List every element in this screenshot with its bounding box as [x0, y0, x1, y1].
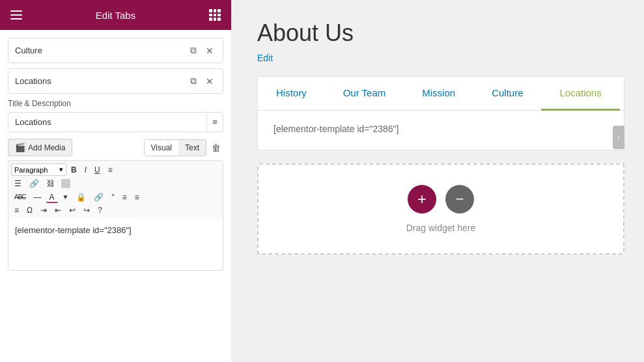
view-toggle: Visual Text	[144, 139, 206, 156]
tab-item-culture-delete[interactable]: ✕	[203, 44, 216, 57]
link-button[interactable]: 🔗	[26, 178, 42, 189]
align-button[interactable]: ≡	[105, 164, 116, 176]
indent-button[interactable]: ⇥	[37, 204, 50, 216]
tab-item-culture-label: Culture	[15, 46, 188, 55]
tab-item-locations: Locations ⧉ ✕	[8, 68, 223, 94]
rte-row-2: ☰ 🔗 ⛓	[11, 177, 220, 190]
add-media-label: Add Media	[28, 143, 65, 152]
visual-view-btn[interactable]: Visual	[145, 140, 178, 156]
minus-widget-button[interactable]: −	[445, 185, 474, 214]
panel-title: Edit Tabs	[22, 10, 209, 21]
tab-content-text: [elementor-template id="2386"]	[273, 124, 399, 134]
delete-content-button[interactable]: 🗑	[209, 140, 223, 156]
italic-button[interactable]: I	[81, 164, 90, 176]
grid-icon[interactable]	[209, 9, 221, 21]
tab-nav-locations[interactable]: Locations	[541, 77, 619, 111]
section-label-title-desc: Title & Description	[8, 99, 223, 108]
list-icon-button[interactable]: ≡	[206, 113, 223, 131]
format-select-label: Paragraph	[14, 166, 48, 174]
tab-item-locations-duplicate[interactable]: ⧉	[188, 74, 199, 88]
tab-content-area: [elementor-template id="2386"]	[258, 111, 624, 150]
add-media-button[interactable]: 🎬 Add Media	[8, 139, 72, 156]
format-select-arrow: ▾	[59, 165, 63, 174]
align-right-button[interactable]: ≡	[132, 191, 143, 203]
drop-label: Drag widget here	[406, 223, 476, 233]
redo-button[interactable]: ↪	[80, 204, 93, 216]
tab-item-locations-delete[interactable]: ✕	[203, 75, 216, 88]
right-panel: About Us Edit History Our Team Mission C…	[231, 0, 644, 362]
omega-button[interactable]: Ω	[23, 204, 36, 216]
align-center-button[interactable]: ≡	[119, 191, 130, 203]
rte-toolbar: Paragraph ▾ B I U ≡ ☰ 🔗 ⛓ ABC — A ▼	[8, 160, 223, 219]
list-button[interactable]: ☰	[11, 178, 25, 189]
drop-buttons: + −	[408, 185, 474, 214]
tab-item-locations-actions: ⧉ ✕	[188, 74, 216, 88]
bold-button[interactable]: B	[68, 164, 80, 176]
text-view-btn[interactable]: Text	[178, 140, 206, 156]
tabs-widget: History Our Team Mission Culture Locatio…	[257, 76, 624, 150]
tab-item-culture-actions: ⧉ ✕	[188, 44, 216, 57]
text-color-button[interactable]: A	[46, 191, 58, 203]
tab-nav-culture[interactable]: Culture	[473, 77, 541, 111]
panel-header: Edit Tabs	[0, 0, 231, 30]
add-widget-button[interactable]: +	[408, 185, 436, 214]
tab-nav-our-team[interactable]: Our Team	[325, 77, 404, 111]
page-title: About Us	[257, 20, 624, 47]
right-panel-inner: About Us Edit History Our Team Mission C…	[257, 20, 624, 255]
hamburger-icon[interactable]	[10, 10, 22, 20]
rte-row-4: ≡ Ω ⇥ ⇤ ↩ ↪ ?	[11, 204, 220, 216]
tab-title-input-row: ≡	[8, 112, 223, 132]
tabs-nav: History Our Team Mission Culture Locatio…	[258, 77, 624, 111]
abc-button[interactable]: ABC	[11, 192, 29, 202]
unlink-button[interactable]: ⛓	[44, 178, 58, 189]
rte-row-3: ABC — A ▼ 🔒 🔗 " ≡ ≡	[11, 191, 220, 203]
outdent-button[interactable]: ⇤	[51, 204, 64, 216]
tab-item-locations-label: Locations	[15, 76, 188, 86]
tab-nav-history[interactable]: History	[258, 77, 325, 111]
edit-link[interactable]: Edit	[257, 53, 273, 63]
tab-item-culture: Culture ⧉ ✕	[8, 38, 223, 63]
underline-button[interactable]: U	[91, 164, 104, 176]
hr-button[interactable]: —	[31, 191, 45, 203]
media-toolbar-row: 🎬 Add Media Visual Text 🗑	[8, 139, 223, 156]
tab-nav-mission[interactable]: Mission	[404, 77, 473, 111]
editor-content-area[interactable]: [elementor-template id="2386"]	[8, 219, 223, 271]
editor-content-text: [elementor-template id="2386"]	[15, 225, 132, 235]
help-button[interactable]: ?	[94, 204, 105, 216]
tab-title-input[interactable]	[8, 113, 206, 132]
hyperlink-button[interactable]: 🔗	[91, 191, 107, 203]
undo-button[interactable]: ↩	[66, 204, 79, 216]
rte-row-1: Paragraph ▾ B I U ≡	[11, 163, 220, 176]
paste-text-button[interactable]: 🔒	[73, 191, 89, 203]
panel-body: Culture ⧉ ✕ Locations ⧉ ✕ Title & Descri…	[0, 30, 231, 362]
media-icon: 🎬	[15, 143, 25, 152]
format-select[interactable]: Paragraph ▾	[11, 163, 66, 176]
justify-button[interactable]: ≡	[11, 204, 22, 216]
tab-item-culture-duplicate[interactable]: ⧉	[188, 44, 199, 57]
collapse-arrow[interactable]: ‹	[613, 126, 624, 149]
format-btn[interactable]: ▼	[59, 192, 72, 202]
left-panel: Edit Tabs Culture ⧉ ✕ Locations ⧉ ✕ Titl…	[0, 0, 231, 362]
color-swatch-block	[61, 179, 70, 188]
widget-drop-area[interactable]: + − Drag widget here	[257, 163, 624, 255]
blockquote-button[interactable]: "	[108, 191, 117, 203]
